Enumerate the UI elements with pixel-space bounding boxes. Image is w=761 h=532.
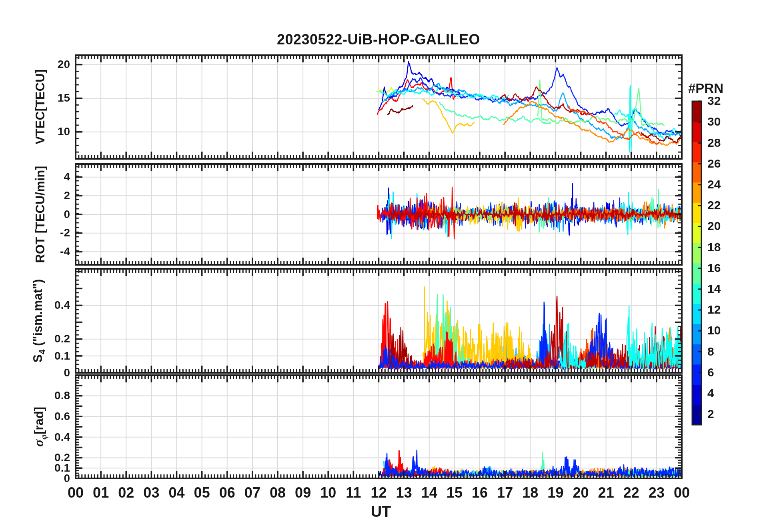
rot-axis-label: ROT [TECU/min]: [33, 166, 50, 263]
figure-title: 20230522-UiB-HOP-GALILEO: [277, 31, 480, 48]
figure: 20230522-UiB-HOP-GALILEO VTEC[TECU] ROT …: [0, 0, 761, 532]
sigma-phi-axis-label-text: σ: [31, 440, 46, 447]
s4-axis-label: S4 ("ism.mat"): [31, 279, 48, 363]
colorbar-title: #PRN: [688, 81, 723, 96]
rot-axis-label-text: ROT [TECU/min]: [33, 166, 47, 263]
x-axis-label: UT: [371, 503, 391, 520]
s4-axis-label-text: S: [31, 354, 45, 363]
sigma-phi-axis-label: σφ[rad]: [31, 407, 49, 447]
plot-canvas: [0, 0, 761, 532]
vtec-axis-label-text: VTEC[TECU]: [33, 69, 47, 144]
vtec-axis-label: VTEC[TECU]: [33, 69, 50, 144]
